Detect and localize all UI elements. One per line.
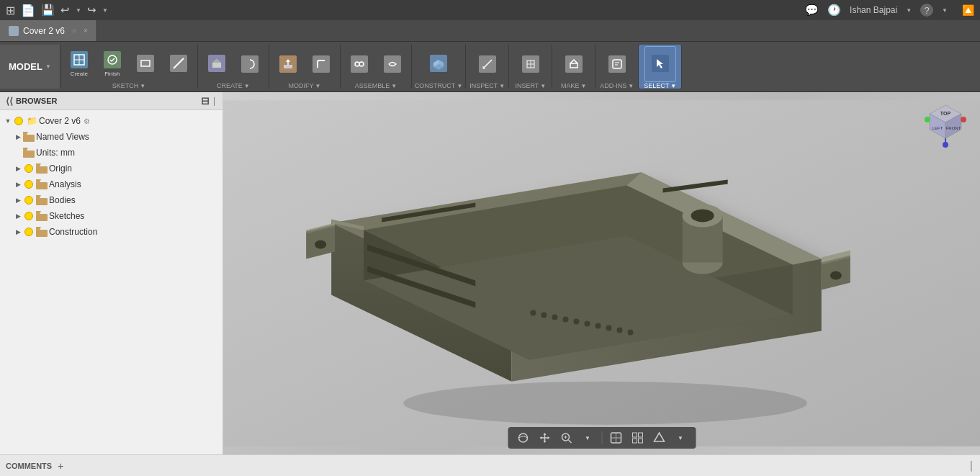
analysis-bulb-icon — [23, 179, 35, 190]
root-bulb-icon — [13, 115, 24, 127]
analysis-arrow[interactable] — [13, 179, 23, 189]
bodies-arrow[interactable] — [13, 195, 23, 205]
pan-btn[interactable] — [535, 430, 554, 446]
analysis-folder-icon — [36, 179, 48, 190]
svg-rect-34 — [36, 198, 48, 205]
tree-item-analysis[interactable]: Analysis — [0, 176, 222, 192]
sketch-group-label[interactable]: SKETCH ▼ — [112, 82, 145, 91]
construction-arrow[interactable] — [13, 227, 23, 237]
root-settings-icon[interactable]: ⚙ — [84, 117, 90, 125]
comments-add-btn[interactable]: + — [58, 460, 63, 472]
inspect-group: INSPECT ▼ — [466, 45, 509, 89]
browser-back-icon[interactable]: ⟨⟨ — [6, 96, 13, 107]
tree-item-origin[interactable]: Origin — [0, 161, 222, 176]
browser-title: BROWSER — [16, 96, 57, 105]
construct-group-label[interactable]: CONSTRUCT ▼ — [415, 82, 462, 91]
svg-point-64 — [584, 321, 590, 327]
modify-group-label[interactable]: MODIFY ▼ — [288, 82, 320, 91]
notification-icon[interactable]: 💬 — [805, 4, 819, 17]
viewport[interactable]: TOP LEFT FRONT — [223, 92, 980, 454]
addins-group-label[interactable]: ADD-INS ▼ — [600, 82, 634, 91]
svg-rect-28 — [23, 151, 35, 158]
joint-btn[interactable] — [343, 46, 375, 82]
sketch-rect-btn[interactable] — [130, 46, 161, 82]
assemble-group-label[interactable]: ASSEMBLE ▼ — [355, 82, 397, 91]
view-gizmo[interactable]: TOP LEFT FRONT — [917, 98, 974, 156]
tree-item-named-views[interactable]: Named Views — [0, 129, 222, 145]
zoom-btn[interactable] — [557, 430, 575, 446]
construction-bulb-icon — [23, 226, 35, 238]
select-btn[interactable] — [644, 46, 676, 82]
fillet-icon — [313, 55, 330, 73]
browser-collapse-icon[interactable]: │ — [212, 97, 217, 105]
construct-plane-btn[interactable] — [423, 46, 454, 82]
sketch-finish-label: Finish — [104, 71, 120, 77]
undo-icon[interactable]: ↩ — [60, 4, 70, 17]
make-group-label[interactable]: MAKE ▼ — [561, 82, 586, 91]
select-group-label[interactable]: SELECT ▼ — [644, 82, 676, 91]
svg-rect-8 — [284, 65, 292, 68]
make-group: MAKE ▼ — [552, 45, 595, 89]
root-arrow[interactable] — [3, 116, 13, 126]
app-grid-icon[interactable]: ⊞ — [6, 4, 15, 17]
assemble-group: ASSEMBLE ▼ — [341, 45, 412, 89]
tree-item-construction[interactable]: Construction — [0, 224, 222, 240]
redo-icon[interactable]: ↪ — [87, 4, 96, 17]
tree-root[interactable]: Cover 2 v6 ⚙ — [0, 113, 222, 129]
modify-group: MODIFY ▼ — [269, 45, 341, 89]
help-icon[interactable]: ? — [920, 4, 933, 17]
username-label[interactable]: Ishan Bajpai — [850, 5, 897, 15]
undo-dropdown-icon[interactable]: ▼ — [76, 7, 81, 14]
user-dropdown-icon[interactable]: ▼ — [906, 7, 912, 14]
collapse-icon[interactable]: 🔼 — [962, 4, 974, 16]
tree-item-bodies[interactable]: Bodies — [0, 192, 222, 208]
browser-options-icon[interactable]: ⊟ — [201, 95, 210, 107]
file-menu-icon[interactable]: 📄 — [21, 4, 35, 17]
press-pull-btn[interactable] — [272, 46, 304, 82]
named-views-arrow[interactable] — [13, 132, 23, 142]
scripts-btn[interactable] — [601, 46, 633, 82]
tree-item-units[interactable]: Units: mm — [0, 145, 222, 161]
redo-dropdown-icon[interactable]: ▼ — [102, 7, 108, 14]
visual-style-dropdown-btn[interactable]: ▼ — [671, 430, 690, 446]
fillet-btn[interactable] — [305, 46, 337, 82]
visual-style-btn[interactable] — [649, 430, 668, 446]
comments-collapse-icon[interactable]: │ — [969, 461, 975, 471]
sidebar: ⟨⟨ BROWSER ⊟ │ Cover 2 v6 ⚙ — [0, 92, 223, 454]
svg-rect-102 — [638, 433, 642, 437]
svg-rect-26 — [23, 135, 35, 142]
viewport-bottom-toolbar: ▼ ▼ — [508, 427, 696, 449]
sketch-rect-icon — [137, 55, 154, 72]
svg-point-72 — [691, 209, 714, 222]
revolve-btn[interactable] — [234, 46, 266, 82]
tree-item-sketches[interactable]: Sketches — [0, 208, 222, 224]
zoom-dropdown-btn[interactable]: ▼ — [578, 430, 597, 446]
create-group-label[interactable]: CREATE ▼ — [217, 82, 250, 91]
grid-btn[interactable] — [628, 430, 647, 446]
model-button[interactable]: MODEL ▼ — [0, 45, 60, 89]
make-3dprint-icon — [565, 55, 583, 73]
inspect-group-label[interactable]: INSPECT ▼ — [469, 82, 505, 91]
motion-btn[interactable] — [377, 46, 408, 82]
history-icon[interactable]: 🕐 — [827, 4, 841, 17]
insert-mesh-btn[interactable] — [515, 46, 547, 82]
orbit-btn[interactable] — [513, 430, 532, 446]
help-dropdown-icon[interactable]: ▼ — [942, 7, 948, 14]
extrude-btn[interactable] — [201, 46, 233, 82]
sketch-create-btn[interactable]: Create — [63, 46, 95, 82]
construction-label: Construction — [49, 227, 97, 237]
sketches-arrow[interactable] — [13, 211, 23, 221]
display-mode-btn[interactable] — [606, 430, 625, 446]
sketch-finish-btn[interactable]: Finish — [96, 46, 128, 82]
tab-close-button[interactable]: × — [84, 27, 88, 35]
assemble-items — [343, 46, 408, 82]
make-3dprint-btn[interactable] — [558, 46, 590, 82]
sketch-line-btn[interactable] — [163, 46, 194, 82]
browser-content: Cover 2 v6 ⚙ Named Views Units: mm — [0, 110, 222, 454]
save-icon[interactable]: 💾 — [41, 4, 55, 17]
sketches-folder-icon — [36, 210, 48, 222]
origin-arrow[interactable] — [13, 163, 23, 174]
insert-group-label[interactable]: INSERT ▼ — [515, 82, 546, 91]
measure-btn[interactable] — [472, 46, 503, 82]
active-tab[interactable]: Cover 2 v6 ○ × — [0, 20, 97, 41]
